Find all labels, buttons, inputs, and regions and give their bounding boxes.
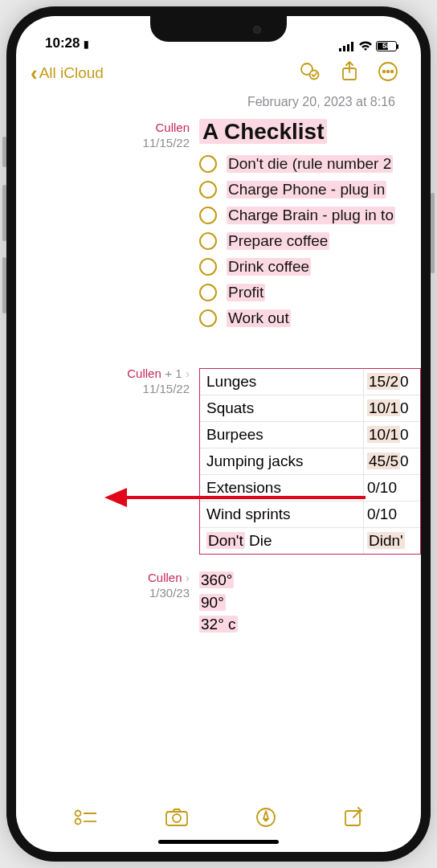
checkbox-circle-icon[interactable] [199, 207, 217, 224]
svg-point-10 [391, 71, 394, 73]
checklist-text: Charge Brain - plug in to [227, 207, 395, 224]
checklist-item[interactable]: Charge Phone - plug in [199, 177, 421, 203]
table-row[interactable]: Extensions0/10 [200, 475, 420, 502]
chevron-left-icon: ‹ [31, 63, 38, 84]
table-cell-value: 10/10 [364, 395, 420, 421]
battery-icon: 58 [376, 41, 397, 51]
table-body: Lunges15/20Squats10/10Burpees10/10Jumpin… [199, 365, 421, 555]
checklist-text: Prepare coffee [227, 232, 329, 250]
checklist-item[interactable]: Drink coffee [199, 254, 421, 280]
svg-point-8 [383, 71, 386, 73]
cellular-signal-icon [339, 42, 355, 51]
svg-point-13 [75, 811, 80, 817]
markup-tool-icon[interactable] [255, 807, 276, 831]
note-title: A Checklist [199, 119, 421, 145]
svg-rect-3 [351, 42, 353, 51]
camera-tool-icon[interactable] [165, 808, 189, 830]
checkbox-circle-icon[interactable] [199, 258, 217, 276]
svg-point-15 [75, 819, 80, 825]
checkbox-circle-icon[interactable] [199, 309, 217, 327]
more-icon[interactable] [378, 61, 398, 85]
svg-point-9 [387, 71, 390, 73]
compose-tool-icon[interactable] [343, 807, 364, 831]
attribution-3[interactable]: Cullen › 1/30/23 [16, 569, 199, 600]
checklist-tool-icon[interactable] [74, 809, 98, 829]
screen: 10:28 ▮ 58 ‹ All iCloud [16, 16, 421, 852]
chevron-right-icon: › [186, 366, 190, 380]
wifi-icon [358, 41, 373, 51]
checkbox-circle-icon[interactable] [199, 284, 217, 301]
table-cell-value: 45/50 [364, 448, 420, 474]
note-content[interactable]: February 20, 2023 at 8:16 Cullen 11/15/2… [16, 93, 421, 794]
table-row[interactable]: Burpees10/10 [200, 422, 420, 448]
table-cell-name: Burpees [200, 422, 364, 448]
degree-lines: 360°90°32° c [199, 569, 421, 636]
time-text: 10:28 [45, 35, 80, 51]
checkbox-circle-icon[interactable] [199, 232, 217, 250]
title-text: A Checklist [199, 119, 327, 144]
checklist-item[interactable]: Prepare coffee [199, 228, 421, 254]
power-button [431, 193, 435, 273]
status-right: 58 [339, 41, 397, 51]
checklist-text: Don't die (rule number 2 [227, 155, 393, 173]
svg-point-18 [173, 814, 181, 822]
table-cell-value: 15/20 [364, 369, 420, 395]
table-cell-name: Squats [200, 395, 364, 421]
note-timestamp: February 20, 2023 at 8:16 [16, 93, 421, 119]
author-date-3: 1/30/23 [16, 586, 190, 600]
table-cell-value: Didn' [364, 528, 420, 554]
table-cell-value: 10/10 [364, 422, 420, 448]
checklist-item[interactable]: Work out [199, 305, 421, 331]
back-button[interactable]: ‹ All iCloud [31, 63, 104, 84]
checklist-item[interactable]: Charge Brain - plug in to [199, 203, 421, 228]
table-cell-value: 0/10 [364, 502, 420, 527]
checklist-body: A Checklist Don't die (rule number 2Char… [199, 119, 421, 331]
degree-line: 90° [199, 592, 421, 614]
checkbox-circle-icon[interactable] [199, 181, 217, 199]
table-row[interactable]: Don't DieDidn' [200, 528, 420, 554]
nav-bar: ‹ All iCloud [16, 55, 421, 93]
table-cell-name: Lunges [200, 369, 364, 395]
share-icon[interactable] [341, 61, 358, 85]
exercise-table[interactable]: Lunges15/20Squats10/10Burpees10/10Jumpin… [199, 368, 421, 555]
phone-frame: 10:28 ▮ 58 ‹ All iCloud [6, 6, 431, 862]
table-row[interactable]: Lunges15/20 [200, 369, 420, 395]
checkbox-circle-icon[interactable] [199, 155, 217, 173]
checklist-item[interactable]: Profit [199, 280, 421, 305]
home-indicator[interactable] [158, 840, 279, 844]
collab-icon[interactable] [299, 62, 321, 84]
checklist-text: Drink coffee [227, 258, 311, 276]
svg-point-5 [310, 71, 319, 80]
battery-percent: 58 [382, 43, 390, 50]
author-date: 11/15/22 [16, 136, 190, 149]
svg-rect-1 [343, 46, 345, 51]
degree-line: 32° c [199, 613, 421, 636]
attribution-2[interactable]: Cullen + 1 › 11/15/22 [16, 365, 199, 395]
checklist-text: Work out [227, 309, 291, 327]
author-name: Cullen [155, 121, 190, 134]
table-row[interactable]: Squats10/10 [200, 395, 420, 422]
author-name-2: Cullen [127, 366, 161, 380]
author-plus: + 1 [165, 366, 182, 380]
author-date-2: 11/15/22 [16, 382, 190, 395]
checklist-text: Profit [227, 284, 265, 301]
table-cell-name: Jumping jacks [200, 448, 364, 474]
table-cell-name: Wind sprints [200, 502, 364, 527]
checklist-text: Charge Phone - plug in [227, 181, 386, 199]
degree-line: 360° [199, 569, 421, 592]
nav-actions [299, 61, 398, 85]
table-cell-value: 0/10 [364, 475, 420, 501]
table-row[interactable]: Wind sprints0/10 [200, 502, 420, 528]
section-checklist: Cullen 11/15/22 A Checklist Don't die (r… [16, 119, 421, 331]
svg-rect-2 [347, 44, 349, 51]
checklist: Don't die (rule number 2Charge Phone - p… [199, 151, 421, 331]
shortcuts-icon: ▮ [84, 39, 89, 50]
status-time: 10:28 ▮ [45, 35, 89, 51]
table-row[interactable]: Jumping jacks45/50 [200, 448, 420, 475]
attribution-1[interactable]: Cullen 11/15/22 [16, 119, 199, 149]
back-label: All iCloud [39, 64, 104, 82]
checklist-item[interactable]: Don't die (rule number 2 [199, 151, 421, 177]
table-cell-name: Extensions [200, 475, 364, 501]
author-name-3: Cullen [148, 571, 182, 584]
chevron-right-icon: › [186, 571, 190, 584]
